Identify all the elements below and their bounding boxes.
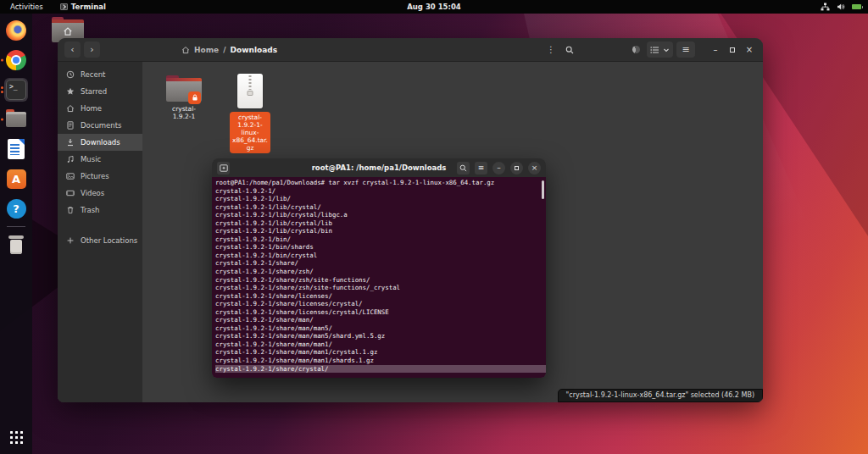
dock-item-libreoffice-writer[interactable] <box>4 137 28 161</box>
activities-button[interactable]: Activities <box>7 3 47 11</box>
terminal-line: crystal-1.9.2-1/share/zsh/ <box>215 268 546 276</box>
sidebar-item-downloads[interactable]: Downloads <box>58 134 142 151</box>
battery-icon <box>852 4 861 9</box>
terminal-line: crystal-1.9.2-1/share/ <box>215 259 546 268</box>
terminal-line: crystal-1.9.2-1/share/man/man1/shards.1.… <box>215 357 546 365</box>
clock-button[interactable]: Aug 30 15:04 <box>407 3 461 11</box>
running-indicator <box>1 119 3 121</box>
new-tab-button[interactable] <box>217 162 230 174</box>
terminal-menu-button[interactable]: ≡ <box>475 162 487 174</box>
downloads-icon <box>66 138 75 147</box>
terminal-line: crystal-1.9.2-1/share/zsh/site-functions… <box>215 284 546 292</box>
breadcrumb-separator: / <box>223 46 225 54</box>
trash-icon <box>66 206 75 214</box>
terminal-icon <box>60 3 68 10</box>
system-status-area[interactable] <box>821 3 861 11</box>
terminal-lines: root@PA1:/home/pa1/Downloads# tar xvzf c… <box>215 179 546 373</box>
back-button[interactable]: ‹ <box>64 42 81 58</box>
terminal-close-button[interactable]: × <box>528 162 541 174</box>
terminal-line: crystal-1.9.2-1/bin/shards <box>215 243 546 252</box>
terminal-line: root@PA1:/home/pa1/Downloads# tar xvzf c… <box>215 179 546 187</box>
music-icon <box>66 155 75 163</box>
files-headerbar[interactable]: ‹ › Home / Downloads ⋮ <box>58 38 763 62</box>
terminal-scrollbar[interactable] <box>542 180 544 199</box>
dock-item-ubuntu-software[interactable] <box>4 167 28 191</box>
focused-app-menu[interactable]: Terminal <box>60 3 106 11</box>
terminal-line: crystal-1.9.2-1/lib/crystal/ <box>215 203 546 212</box>
terminal-search-button[interactable] <box>457 162 470 174</box>
terminal-line: crystal-1.9.2-1/share/licenses/crystal/ <box>215 300 546 308</box>
starred-icon <box>66 87 75 96</box>
dock-item-chrome[interactable] <box>4 48 28 72</box>
operations-progress-icon <box>632 46 640 53</box>
terminal-line: crystal-1.9.2-1/lib/crystal/bin <box>215 227 546 235</box>
files-icon <box>6 112 26 127</box>
file-item-folder[interactable]: crystal-1.9.2-1 <box>158 74 210 120</box>
terminal-output[interactable]: root@PA1:/home/pa1/Downloads# tar xvzf c… <box>212 177 546 378</box>
maximize-icon <box>730 47 735 53</box>
search-button[interactable] <box>562 42 577 58</box>
file-item-archive-selected[interactable]: crystal-1.9.2-1-linux-x86_64.tar.gz <box>224 74 276 153</box>
file-label: crystal-1.9.2-1 <box>164 105 204 120</box>
minimize-button[interactable]: – <box>709 43 722 57</box>
home-icon <box>181 46 190 54</box>
libreoffice-writer-icon <box>8 139 25 159</box>
forward-button[interactable]: › <box>84 42 100 58</box>
breadcrumb[interactable]: Home / Downloads <box>181 46 277 54</box>
terminal-line: crystal-1.9.2-1/share/man/man5/shard.yml… <box>215 332 546 340</box>
archive-icon <box>237 74 263 108</box>
dock-item-help[interactable] <box>4 197 28 220</box>
terminal-headerbar[interactable]: root@PA1: /home/pa1/Downloads ≡ – × <box>212 158 546 177</box>
search-icon <box>565 46 574 54</box>
view-toggle-button[interactable] <box>647 42 673 58</box>
sidebar-item-recent[interactable]: Recent <box>58 66 142 83</box>
sidebar-item-music[interactable]: Music <box>58 151 142 168</box>
path-menu-button[interactable]: ⋮ <box>543 42 559 58</box>
terminal-title: root@PA1: /home/pa1/Downloads <box>312 163 447 172</box>
terminal-line: crystal-1.9.2-1/lib/crystal/lib <box>215 219 546 228</box>
sidebar-item-starred[interactable]: Starred <box>58 83 142 100</box>
dock-item-firefox[interactable] <box>4 19 28 42</box>
running-indicator <box>1 86 3 93</box>
search-icon <box>459 164 467 172</box>
dock-item-terminal[interactable] <box>4 78 28 102</box>
sidebar-item-videos[interactable]: Videos <box>58 185 142 202</box>
terminal-window: root@PA1: /home/pa1/Downloads ≡ – × root… <box>212 158 546 378</box>
top-bar: Activities Terminal Aug 30 15:04 <box>0 0 868 14</box>
file-label: crystal-1.9.2-1-linux-x86_64.tar.gz <box>230 112 270 153</box>
help-icon <box>7 199 26 219</box>
sidebar-item-trash[interactable]: Trash <box>58 202 142 219</box>
show-applications-button[interactable] <box>10 431 23 444</box>
terminal-line: crystal-1.9.2-1/bin/crystal <box>215 252 546 260</box>
ubuntu-software-icon <box>7 169 26 189</box>
pictures-icon <box>66 172 75 180</box>
chevron-down-icon <box>663 47 670 53</box>
firefox-icon <box>6 20 26 41</box>
operations-button[interactable] <box>628 42 643 58</box>
window-menu-button[interactable]: ≡ <box>676 42 695 58</box>
terminal-line: crystal-1.9.2-1/lib/crystal/libgc.a <box>215 211 546 219</box>
chrome-icon <box>6 50 26 70</box>
sidebar-item-pictures[interactable]: Pictures <box>58 168 142 185</box>
dock-item-trash[interactable] <box>4 233 28 257</box>
terminal-line: crystal-1.9.2-1/share/licenses/crystal/L… <box>215 308 546 317</box>
terminal-line: crystal-1.9.2-1/share/licenses/ <box>215 292 546 301</box>
folder-icon <box>166 75 202 102</box>
dock <box>0 14 32 454</box>
close-button[interactable]: × <box>743 43 756 57</box>
breadcrumb-current[interactable]: Downloads <box>231 46 278 54</box>
terminal-maximize-button[interactable] <box>510 162 523 174</box>
list-view-icon <box>650 46 659 54</box>
sidebar-item-documents[interactable]: Documents <box>58 117 142 134</box>
maximize-button[interactable] <box>726 43 739 57</box>
dock-item-files[interactable] <box>4 108 28 131</box>
terminal-minimize-button[interactable]: – <box>492 162 505 174</box>
sidebar-item-home[interactable]: Home <box>58 100 142 117</box>
plus-icon <box>66 236 75 245</box>
files-sidebar: Recent Starred Home Documents <box>58 62 142 402</box>
sidebar-item-other-locations[interactable]: Other Locations <box>58 232 142 249</box>
terminal-line: crystal-1.9.2-1/share/crystal/ <box>215 365 546 374</box>
terminal-line: crystal-1.9.2-1/share/man/man1/ <box>215 340 546 349</box>
breadcrumb-home[interactable]: Home <box>194 46 219 54</box>
terminal-icon <box>6 80 26 100</box>
